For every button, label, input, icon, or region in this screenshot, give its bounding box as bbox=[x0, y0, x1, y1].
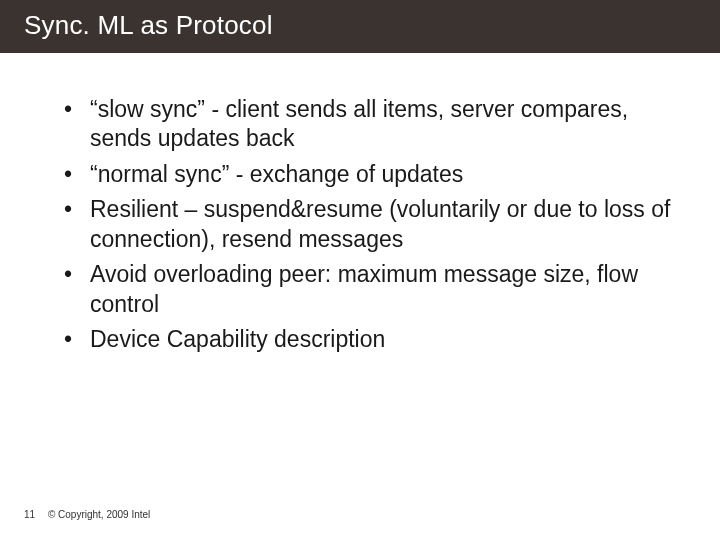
list-item: Avoid overloading peer: maximum message … bbox=[64, 260, 676, 319]
slide-title: Sync. ML as Protocol bbox=[0, 0, 720, 53]
page-number: 11 bbox=[24, 509, 35, 520]
bullet-list: “slow sync” - client sends all items, se… bbox=[64, 95, 676, 355]
slide-content: “slow sync” - client sends all items, se… bbox=[0, 53, 720, 355]
copyright-text: © Copyright, 2009 Intel bbox=[48, 509, 150, 520]
slide-footer: 11 © Copyright, 2009 Intel bbox=[24, 509, 150, 520]
list-item: “normal sync” - exchange of updates bbox=[64, 160, 676, 189]
list-item: Resilient – suspend&resume (voluntarily … bbox=[64, 195, 676, 254]
list-item: “slow sync” - client sends all items, se… bbox=[64, 95, 676, 154]
list-item: Device Capability description bbox=[64, 325, 676, 354]
slide: Sync. ML as Protocol “slow sync” - clien… bbox=[0, 0, 720, 540]
